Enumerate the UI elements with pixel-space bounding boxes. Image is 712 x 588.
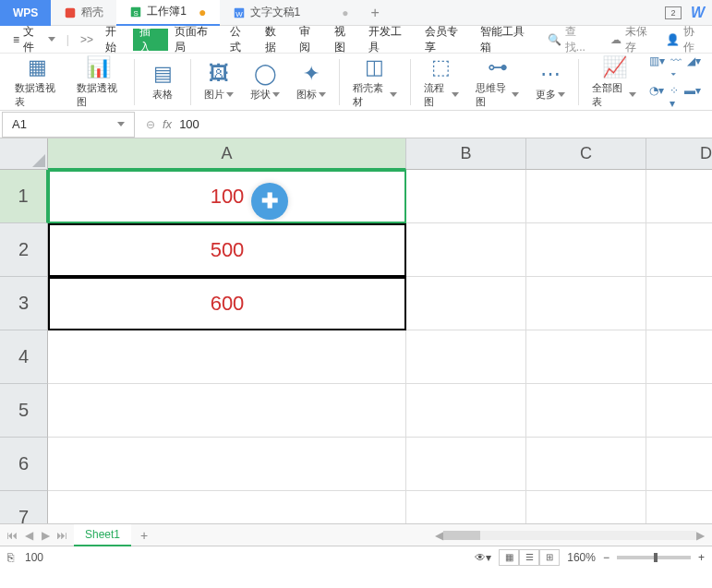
cell-C6[interactable] bbox=[526, 438, 646, 491]
new-tab-button[interactable]: + bbox=[361, 5, 388, 21]
cell-C3[interactable] bbox=[526, 277, 646, 330]
name-box[interactable]: A1 bbox=[2, 112, 135, 138]
cell-D6[interactable] bbox=[646, 438, 712, 491]
flowchart-button[interactable]: ⬚ 流程图 bbox=[416, 52, 466, 113]
view-page-button[interactable]: ☰ bbox=[519, 549, 539, 566]
status-icon[interactable]: ⎘ bbox=[7, 551, 14, 564]
cell-B5[interactable] bbox=[406, 384, 526, 438]
tab-data[interactable]: 数据 bbox=[259, 29, 293, 51]
col-header-C[interactable]: C bbox=[526, 138, 646, 170]
all-charts-button[interactable]: 📈 全部图表 bbox=[585, 52, 644, 113]
chart-bar-icon[interactable]: ▥▾ bbox=[649, 54, 665, 80]
zoom-in-button[interactable]: + bbox=[698, 551, 705, 564]
image-button[interactable]: 🖼 图片 bbox=[197, 58, 241, 105]
cell-C5[interactable] bbox=[526, 384, 646, 438]
more-icon: ⋯ bbox=[540, 62, 561, 86]
cell-D3[interactable] bbox=[646, 277, 712, 330]
cell-A2[interactable]: 500 bbox=[48, 223, 406, 277]
chevron-down-icon bbox=[629, 92, 636, 97]
sheet-nav-last[interactable]: ⏭ bbox=[54, 527, 70, 544]
row-header-3[interactable]: 3 bbox=[0, 277, 48, 330]
tab-dev[interactable]: 开发工具 bbox=[362, 29, 418, 51]
cell-C4[interactable] bbox=[526, 330, 646, 384]
row-header-1[interactable]: 1 bbox=[0, 170, 48, 223]
cell-B2[interactable] bbox=[406, 223, 526, 277]
cell-B6[interactable] bbox=[406, 438, 526, 491]
zoom-slider[interactable] bbox=[617, 556, 691, 559]
cell-A4[interactable] bbox=[48, 330, 406, 384]
row-header-5[interactable]: 5 bbox=[0, 384, 48, 438]
icon-button[interactable]: ✦ 图标 bbox=[289, 58, 333, 105]
workbook-tab[interactable]: S 工作簿1 ● bbox=[116, 0, 219, 26]
row-header-6[interactable]: 6 bbox=[0, 438, 48, 491]
chart-combo-icon[interactable]: ▬▾ bbox=[684, 84, 701, 110]
chart-area-icon[interactable]: ◢▾ bbox=[687, 54, 701, 80]
cell-B1[interactable] bbox=[406, 170, 526, 223]
cell-D5[interactable] bbox=[646, 384, 712, 438]
table-button[interactable]: ▤ 表格 bbox=[140, 58, 185, 105]
sheet-nav-prev[interactable]: ◀ bbox=[20, 527, 37, 544]
col-header-A[interactable]: A bbox=[48, 138, 406, 170]
sheet-nav-first[interactable]: ⏮ bbox=[4, 527, 20, 544]
cell-C1[interactable] bbox=[526, 170, 646, 223]
tab-start[interactable]: 开始 bbox=[99, 29, 133, 51]
zoom-out-button[interactable]: − bbox=[603, 551, 609, 564]
docer-material-button[interactable]: ◫ 稻壳素材 bbox=[345, 52, 404, 113]
cell-A3[interactable]: 600 bbox=[48, 277, 406, 330]
pivot-chart-label: 数据透视图 bbox=[77, 81, 122, 109]
fx-icon[interactable]: fx bbox=[163, 117, 172, 131]
col-header-D[interactable]: D bbox=[646, 138, 712, 170]
row-header-2[interactable]: 2 bbox=[0, 223, 48, 277]
horizontal-scrollbar[interactable]: ◀ ▶ bbox=[435, 530, 712, 541]
chart-scatter-icon[interactable]: ⁘▾ bbox=[670, 84, 679, 110]
formula-bar[interactable]: 100 bbox=[179, 117, 703, 131]
tab-review[interactable]: 审阅 bbox=[293, 29, 327, 51]
tab-insert[interactable]: 插入 bbox=[133, 29, 167, 51]
pivot-table-button[interactable]: ▦ 数据透视表 bbox=[7, 52, 67, 113]
view-normal-button[interactable]: ▦ bbox=[499, 549, 519, 566]
cell-A6[interactable] bbox=[48, 438, 406, 491]
more-chevron[interactable]: >> bbox=[75, 33, 99, 46]
mindmap-button[interactable]: ⊶ 思维导图 bbox=[468, 52, 527, 113]
cell-A5[interactable] bbox=[48, 384, 406, 438]
cell-B4[interactable] bbox=[406, 330, 526, 384]
cell-C2[interactable] bbox=[526, 223, 646, 277]
window-count-badge[interactable]: 2 bbox=[665, 6, 682, 19]
more-button[interactable]: ⋯ 更多 bbox=[528, 58, 573, 105]
scroll-left-icon[interactable]: ◀ bbox=[435, 529, 443, 542]
cancel-icon[interactable]: ⊖ bbox=[146, 118, 155, 131]
cell-A7[interactable] bbox=[48, 491, 406, 523]
wps-brand-tab[interactable]: WPS bbox=[0, 0, 51, 26]
tab-page-layout[interactable]: 页面布局 bbox=[168, 29, 224, 51]
tab-view[interactable]: 视图 bbox=[328, 29, 362, 51]
cell-C7[interactable] bbox=[526, 491, 646, 523]
cell-D4[interactable] bbox=[646, 330, 712, 384]
shape-button[interactable]: ◯ 形状 bbox=[243, 58, 287, 105]
col-header-B[interactable]: B bbox=[406, 138, 526, 170]
cell-D2[interactable] bbox=[646, 223, 712, 277]
cell-B3[interactable] bbox=[406, 277, 526, 330]
sheet-tab-sheet1[interactable]: Sheet1 bbox=[74, 524, 131, 546]
cell-A1[interactable]: 100 bbox=[48, 170, 406, 223]
sheet-nav-next[interactable]: ▶ bbox=[37, 527, 54, 544]
doc-tab[interactable]: W 文字文稿1 ● bbox=[220, 0, 362, 26]
tab-formula[interactable]: 公式 bbox=[223, 29, 258, 51]
view-break-button[interactable]: ⊞ bbox=[539, 549, 560, 566]
pivot-chart-button[interactable]: 📊 数据透视图 bbox=[69, 52, 129, 113]
tab-member[interactable]: 会员专享 bbox=[418, 29, 475, 51]
docer-tab[interactable]: 稻壳 bbox=[51, 0, 116, 26]
cell-D7[interactable] bbox=[646, 491, 712, 523]
chart-pie-icon[interactable]: ◔▾ bbox=[649, 84, 664, 110]
row-header-7[interactable]: 7 bbox=[0, 491, 48, 523]
cell-D1[interactable] bbox=[646, 170, 712, 223]
scroll-right-icon[interactable]: ▶ bbox=[696, 529, 705, 542]
eye-icon[interactable]: 👁▾ bbox=[475, 551, 491, 564]
cell-B7[interactable] bbox=[406, 491, 526, 523]
chart-line-icon[interactable]: 〰▾ bbox=[670, 54, 682, 80]
tab-smart-tools[interactable]: 智能工具箱 bbox=[474, 29, 540, 51]
add-sheet-button[interactable]: + bbox=[131, 528, 157, 543]
select-all-corner[interactable] bbox=[0, 138, 48, 170]
scroll-thumb[interactable] bbox=[443, 531, 480, 540]
row-header-4[interactable]: 4 bbox=[0, 330, 48, 384]
file-menu[interactable]: ≡ 文件 bbox=[7, 24, 61, 55]
